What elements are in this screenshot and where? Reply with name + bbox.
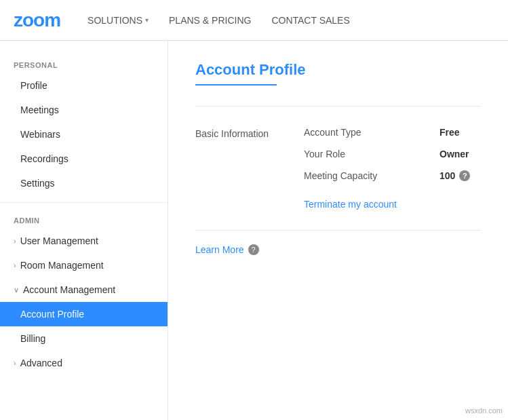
meeting-capacity-label: Meeting Capacity bbox=[304, 170, 439, 181]
sidebar-item-account-profile[interactable]: Account Profile bbox=[0, 302, 168, 326]
logo: zoom bbox=[14, 9, 60, 31]
help-icon[interactable]: ? bbox=[459, 170, 470, 181]
sidebar: PERSONAL Profile Meetings Webinars Recor… bbox=[0, 41, 168, 420]
sidebar-personal-label: PERSONAL bbox=[0, 54, 168, 73]
sidebar-item-billing[interactable]: Billing bbox=[0, 326, 168, 351]
main-content: Account Profile Basic Information Accoun… bbox=[168, 41, 508, 420]
sidebar-item-recordings[interactable]: Recordings bbox=[0, 147, 168, 171]
help-circle-icon[interactable]: ? bbox=[248, 244, 259, 255]
section-content: Account Type Free Your Role Owner Meetin… bbox=[304, 127, 481, 210]
nav: SOLUTIONS ▾ PLANS & PRICING CONTACT SALE… bbox=[87, 1, 350, 39]
account-type-label: Account Type bbox=[304, 127, 439, 138]
sidebar-divider bbox=[0, 202, 168, 203]
your-role-value: Owner bbox=[439, 149, 469, 159]
bottom-section: Learn More ? bbox=[195, 230, 481, 269]
logo-text[interactable]: zoom bbox=[14, 9, 60, 31]
sidebar-item-meetings[interactable]: Meetings bbox=[0, 98, 168, 122]
page-title: Account Profile bbox=[195, 61, 481, 79]
meeting-capacity-value: 100 ? bbox=[439, 170, 470, 181]
sidebar-item-advanced[interactable]: › Advanced bbox=[0, 351, 168, 375]
layout: PERSONAL Profile Meetings Webinars Recor… bbox=[0, 41, 508, 420]
title-underline bbox=[195, 84, 277, 85]
your-role-label: Your Role bbox=[304, 149, 439, 159]
terminate-account-link[interactable]: Terminate my account bbox=[304, 199, 397, 210]
nav-plans-pricing[interactable]: PLANS & PRICING bbox=[169, 1, 251, 39]
account-type-value: Free bbox=[439, 127, 460, 138]
watermark: wsxdn.com bbox=[465, 406, 503, 415]
your-role-row: Your Role Owner bbox=[304, 149, 481, 159]
sidebar-item-account-management[interactable]: ∨ Account Management bbox=[0, 278, 168, 302]
meeting-capacity-row: Meeting Capacity 100 ? bbox=[304, 170, 481, 181]
chevron-right-icon: › bbox=[14, 359, 16, 367]
sidebar-item-webinars[interactable]: Webinars bbox=[0, 122, 168, 147]
section-label: Basic Information bbox=[195, 127, 304, 210]
sidebar-item-room-management[interactable]: › Room Management bbox=[0, 253, 168, 278]
terminate-link-container: Terminate my account bbox=[304, 192, 481, 210]
chevron-down-icon: ∨ bbox=[14, 286, 19, 294]
sidebar-item-settings[interactable]: Settings bbox=[0, 171, 168, 195]
sidebar-admin-label: ADMIN bbox=[0, 210, 168, 229]
nav-solutions[interactable]: SOLUTIONS ▾ bbox=[87, 1, 149, 39]
account-type-row: Account Type Free bbox=[304, 127, 481, 138]
learn-more-link[interactable]: Learn More ? bbox=[195, 244, 481, 255]
sidebar-item-user-management[interactable]: › User Management bbox=[0, 229, 168, 253]
chevron-right-icon: › bbox=[14, 237, 16, 245]
chevron-right-icon: › bbox=[14, 261, 16, 269]
nav-contact-sales[interactable]: CONTACT SALES bbox=[271, 1, 349, 39]
basic-info-section: Basic Information Account Type Free Your… bbox=[195, 106, 481, 230]
sidebar-item-profile[interactable]: Profile bbox=[0, 73, 168, 98]
header: zoom SOLUTIONS ▾ PLANS & PRICING CONTACT… bbox=[0, 0, 508, 41]
chevron-down-icon: ▾ bbox=[145, 16, 149, 24]
